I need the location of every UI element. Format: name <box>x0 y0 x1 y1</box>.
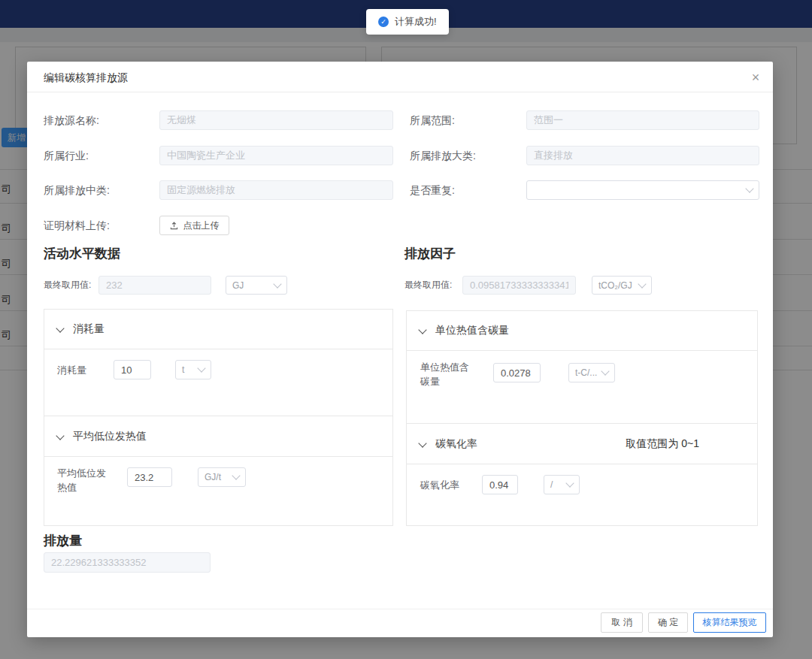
consumption-unit-select[interactable]: t <box>175 360 211 379</box>
heating-value-unit-value: GJ/t <box>205 472 221 482</box>
activity-final-input <box>98 276 211 295</box>
oxidation-rate-panel-body: 碳氧化率 / <box>407 464 757 534</box>
factor-unit-select[interactable]: tCO₂/GJ <box>592 276 652 295</box>
upload-button[interactable]: 点击上传 <box>159 216 229 235</box>
edit-emission-source-dialog: 编辑碳核算排放源 × 排放源名称: 所属范围: 所属行业: 所属排放大类: 所属… <box>27 62 773 637</box>
consumption-input[interactable] <box>114 360 151 379</box>
consumption-panel-title: 消耗量 <box>73 322 105 336</box>
chevron-down-icon <box>418 439 426 447</box>
preview-result-button[interactable]: 核算结果预览 <box>693 612 766 633</box>
chevron-down-icon <box>56 431 64 440</box>
source-name-input <box>159 110 393 130</box>
oxidation-rate-range-note: 取值范围为 0~1 <box>626 437 744 451</box>
chevron-down-icon <box>565 479 574 487</box>
consumption-panel-header[interactable]: 消耗量 <box>44 310 392 349</box>
factor-section-title: 排放因子 <box>404 245 456 262</box>
activity-unit-select[interactable]: GJ <box>226 276 287 295</box>
oxidation-rate-input[interactable] <box>482 475 518 494</box>
carbon-content-unit-value: t-C/... <box>575 367 597 378</box>
consumption-panel-body: 消耗量 t <box>44 349 392 416</box>
oxidation-rate-unit-select[interactable]: / <box>544 475 580 494</box>
industry-input <box>159 146 393 165</box>
dialog-header-divider <box>27 92 773 92</box>
field-label-source-name: 排放源名称: <box>44 110 99 130</box>
heating-value-row-label: 平均低位发热值 <box>57 466 114 494</box>
consumption-row-label: 消耗量 <box>57 363 86 377</box>
chevron-down-icon <box>197 364 205 372</box>
oxidation-rate-panel-title: 碳氧化率 <box>435 437 477 451</box>
confirm-button[interactable]: 确 定 <box>648 612 688 633</box>
dialog-footer-divider <box>27 609 773 609</box>
major-category-input <box>526 146 759 165</box>
chevron-down-icon <box>273 280 281 288</box>
carbon-content-panel-header[interactable]: 单位热值含碳量 <box>407 311 757 351</box>
field-label-upload: 证明材料上传: <box>44 216 110 235</box>
factor-collapse-panel: 单位热值含碳量 单位热值含碳量 t-C/... 碳氧化率 取值范围为 0~1 碳… <box>406 310 758 526</box>
field-label-industry: 所属行业: <box>44 146 89 165</box>
field-label-scope: 所属范围: <box>410 110 455 130</box>
duplicate-select[interactable] <box>526 180 759 200</box>
carbon-content-input[interactable] <box>493 363 541 382</box>
toast-message: 计算成功! <box>395 15 437 29</box>
cancel-button[interactable]: 取 消 <box>601 612 643 633</box>
chevron-down-icon <box>601 367 609 375</box>
toast-success: ✓ 计算成功! <box>366 9 449 35</box>
activity-unit-value: GJ <box>232 280 244 291</box>
chevron-down-icon <box>232 471 240 479</box>
emission-section-title: 排放量 <box>44 532 82 549</box>
upload-button-label: 点击上传 <box>183 219 220 232</box>
carbon-content-unit-select[interactable]: t-C/... <box>568 363 615 382</box>
activity-final-label: 最终取用值: <box>44 276 91 295</box>
field-label-middle-category: 所属排放中类: <box>44 180 110 200</box>
heating-value-unit-select[interactable]: GJ/t <box>198 467 246 487</box>
heating-value-panel-body: 平均低位发热值 GJ/t <box>44 457 392 527</box>
middle-category-input <box>159 180 393 200</box>
factor-unit-value: tCO₂/GJ <box>598 280 632 291</box>
oxidation-rate-unit-value: / <box>550 479 553 490</box>
factor-final-label: 最终取用值: <box>404 276 452 295</box>
field-label-duplicate: 是否重复: <box>410 180 455 200</box>
chevron-down-icon <box>745 184 753 192</box>
chevron-down-icon <box>418 325 426 334</box>
dialog-title: 编辑碳核算排放源 <box>44 71 128 85</box>
oxidation-rate-row-label: 碳氧化率 <box>420 478 459 492</box>
carbon-content-panel-title: 单位热值含碳量 <box>435 324 509 337</box>
field-label-major-category: 所属排放大类: <box>410 146 476 165</box>
upload-icon <box>170 222 178 230</box>
success-check-icon: ✓ <box>378 17 389 27</box>
heating-value-input[interactable] <box>127 467 172 487</box>
carbon-content-row-label: 单位热值含碳量 <box>420 360 477 388</box>
consumption-unit-value: t <box>182 364 184 375</box>
carbon-content-panel-body: 单位热值含碳量 t-C/... <box>407 351 757 424</box>
heating-value-panel-header[interactable]: 平均低位发热值 <box>44 416 392 457</box>
scope-input <box>526 110 759 130</box>
heating-value-panel-title: 平均低位发热值 <box>73 430 147 443</box>
chevron-down-icon <box>638 280 646 288</box>
activity-section-title: 活动水平数据 <box>44 245 120 262</box>
emission-result-input <box>44 552 211 573</box>
activity-collapse-panel: 消耗量 消耗量 t 平均低位发热值 平均低位发热值 GJ/t <box>44 309 393 526</box>
chevron-down-icon <box>56 324 64 332</box>
close-icon[interactable]: × <box>747 69 764 86</box>
factor-final-input <box>462 276 576 295</box>
oxidation-rate-panel-header[interactable]: 碳氧化率 取值范围为 0~1 <box>407 424 757 464</box>
